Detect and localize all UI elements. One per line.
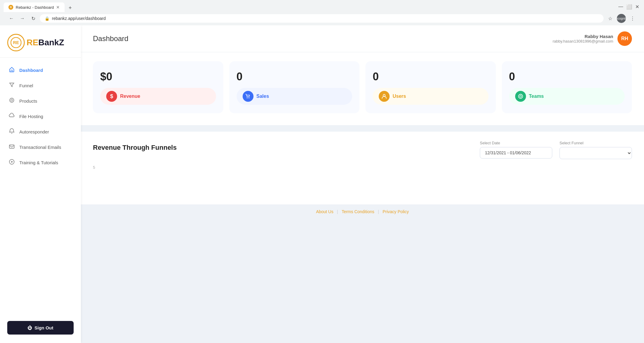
revenue-header: Revenue Through Funnels Select Date Sele… bbox=[93, 141, 632, 159]
users-badge: Users bbox=[373, 88, 489, 105]
sidebar-footer: ⏻ Sign Out bbox=[0, 315, 81, 343]
stats-section: $0 $ Revenue 0 bbox=[81, 52, 644, 126]
mail-icon bbox=[8, 143, 15, 151]
browser-tab[interactable]: R Rebankz - Dashboard ✕ bbox=[4, 2, 65, 12]
menu-button[interactable]: ⋮ bbox=[628, 14, 637, 23]
stat-card-sales: 0 Sales bbox=[229, 61, 360, 113]
user-text: Rabby Hasan rabby.hasan13081996@gmail.co… bbox=[553, 34, 613, 43]
date-filter: Select Date bbox=[480, 141, 552, 159]
funnel-icon bbox=[8, 82, 15, 89]
svg-text:RE: RE bbox=[13, 40, 19, 45]
chart-y-label: 5 bbox=[93, 165, 95, 170]
power-icon: ⏻ bbox=[27, 325, 32, 330]
page-title: Dashboard bbox=[93, 34, 128, 43]
separator-1: | bbox=[337, 209, 338, 214]
minimize-button[interactable]: — bbox=[617, 4, 624, 10]
home-icon bbox=[8, 66, 15, 74]
stats-grid: $0 $ Revenue 0 bbox=[93, 61, 632, 113]
main-content: Dashboard Rabby Hasan rabby.hasan1308199… bbox=[81, 25, 644, 343]
sidebar-item-transactional-emails[interactable]: Transactional Emails bbox=[0, 139, 81, 155]
bell-icon bbox=[8, 128, 15, 136]
profile-button[interactable]: Incognito bbox=[617, 14, 626, 23]
sidebar: RE REBankZ Dashboard bbox=[0, 25, 81, 343]
play-icon bbox=[8, 159, 15, 166]
teams-badge: Teams bbox=[509, 88, 625, 105]
stat-card-users: 0 Users bbox=[365, 61, 496, 113]
chart-area: 5 bbox=[93, 165, 632, 195]
about-link[interactable]: About Us bbox=[316, 209, 333, 214]
teams-value: 0 bbox=[509, 70, 515, 83]
tab-favicon: R bbox=[8, 5, 13, 10]
date-range-input[interactable] bbox=[480, 147, 552, 159]
sidebar-label-training-tutorials: Training & Tutorials bbox=[19, 160, 58, 165]
revenue-icon: $ bbox=[106, 91, 117, 102]
sidebar-item-products[interactable]: Products bbox=[0, 93, 81, 109]
tab-close-button[interactable]: ✕ bbox=[56, 5, 60, 10]
new-tab-button[interactable]: + bbox=[66, 4, 74, 12]
users-value: 0 bbox=[373, 70, 379, 83]
svg-point-4 bbox=[11, 99, 13, 101]
svg-marker-7 bbox=[11, 161, 13, 163]
address-bar[interactable]: 🔒 rebankz.app/user/dashboard bbox=[40, 14, 604, 23]
tab-title: Rebankz - Dashboard bbox=[16, 5, 54, 10]
svg-point-3 bbox=[10, 98, 14, 102]
sidebar-label-funnel: Funnel bbox=[19, 83, 33, 88]
terms-link[interactable]: Terms Conditions bbox=[342, 209, 374, 214]
teams-icon bbox=[515, 91, 526, 102]
sidebar-item-funnel[interactable]: Funnel bbox=[0, 78, 81, 93]
sidebar-item-autoresponder[interactable]: Autoresponder bbox=[0, 124, 81, 139]
sidebar-item-file-hosting[interactable]: File Hosting bbox=[0, 109, 81, 124]
footer: About Us | Terms Conditions | Privacy Po… bbox=[81, 204, 644, 219]
url-display: rebankz.app/user/dashboard bbox=[52, 16, 106, 21]
revenue-badge: $ Revenue bbox=[100, 88, 216, 105]
sidebar-label-products: Products bbox=[19, 98, 37, 104]
close-button[interactable]: ✕ bbox=[634, 4, 640, 10]
sales-badge: Sales bbox=[237, 88, 352, 105]
stat-card-revenue: $0 $ Revenue bbox=[93, 61, 223, 113]
funnel-filter: Select Funnel bbox=[560, 141, 632, 159]
privacy-link[interactable]: Privacy Policy bbox=[383, 209, 409, 214]
funnel-label: Select Funnel bbox=[560, 141, 632, 145]
back-button[interactable]: ← bbox=[7, 14, 16, 23]
sidebar-label-transactional-emails: Transactional Emails bbox=[19, 145, 61, 150]
svg-point-9 bbox=[248, 98, 249, 98]
svg-point-8 bbox=[247, 98, 247, 98]
sidebar-label-file-hosting: File Hosting bbox=[19, 114, 43, 119]
sidebar-item-training-tutorials[interactable]: Training & Tutorials bbox=[0, 155, 81, 170]
sidebar-navigation: Dashboard Funnel bbox=[0, 58, 81, 315]
revenue-value: $0 bbox=[100, 70, 112, 83]
logo-text: REBankZ bbox=[27, 38, 64, 47]
filter-group: Select Date Select Funnel bbox=[480, 141, 632, 159]
sign-out-button[interactable]: ⏻ Sign Out bbox=[7, 321, 74, 335]
users-icon bbox=[379, 91, 390, 102]
logo-icon: RE bbox=[7, 34, 25, 51]
sales-icon bbox=[243, 91, 253, 102]
teams-label: Teams bbox=[529, 94, 544, 99]
revenue-label: Revenue bbox=[120, 94, 140, 99]
products-icon bbox=[8, 97, 15, 105]
stat-card-teams: 0 Teams bbox=[502, 61, 632, 113]
users-label: Users bbox=[393, 94, 406, 99]
profile-label: Incognito bbox=[615, 17, 628, 20]
separator-2: | bbox=[378, 209, 379, 214]
avatar: RH bbox=[617, 31, 632, 46]
sidebar-item-dashboard[interactable]: Dashboard bbox=[0, 63, 81, 78]
maximize-button[interactable]: ⬜ bbox=[625, 4, 633, 10]
reload-button[interactable]: ↻ bbox=[29, 14, 37, 23]
revenue-section: Revenue Through Funnels Select Date Sele… bbox=[81, 132, 644, 204]
funnel-select[interactable] bbox=[560, 147, 632, 159]
svg-point-11 bbox=[518, 94, 523, 98]
sign-out-label: Sign Out bbox=[34, 325, 53, 330]
date-label: Select Date bbox=[480, 141, 552, 145]
forward-button[interactable]: → bbox=[18, 14, 27, 23]
svg-rect-5 bbox=[9, 145, 14, 148]
sidebar-label-dashboard: Dashboard bbox=[19, 68, 43, 73]
topbar: Dashboard Rabby Hasan rabby.hasan1308199… bbox=[81, 25, 644, 52]
cloud-icon bbox=[8, 113, 15, 120]
window-controls-area: — ⬜ ✕ bbox=[617, 4, 640, 10]
bookmark-button[interactable]: ☆ bbox=[606, 14, 614, 23]
user-name: Rabby Hasan bbox=[553, 34, 613, 39]
logo-area: RE REBankZ bbox=[0, 25, 81, 58]
lock-icon: 🔒 bbox=[45, 16, 49, 21]
sidebar-label-autoresponder: Autoresponder bbox=[19, 129, 49, 134]
